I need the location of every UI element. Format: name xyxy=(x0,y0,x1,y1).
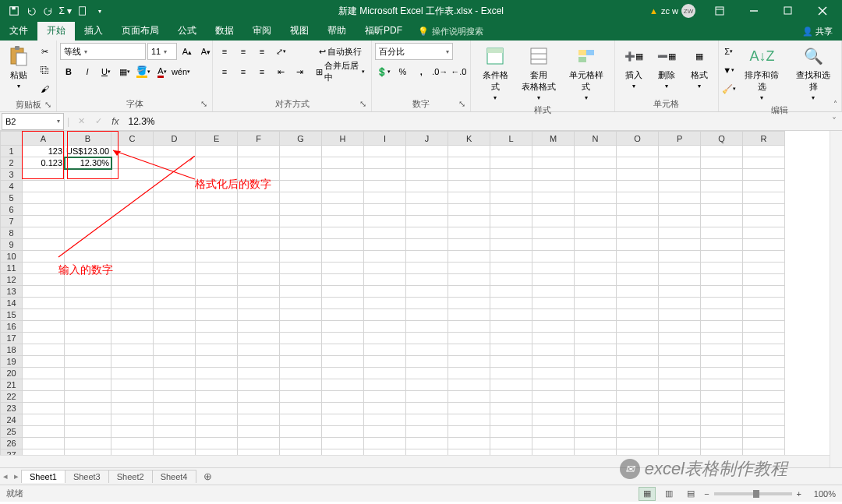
cell-L16[interactable] xyxy=(490,321,532,333)
number-format-combo[interactable]: 百分比▾ xyxy=(375,43,453,60)
cell-E22[interactable] xyxy=(196,391,238,403)
cell-F14[interactable] xyxy=(238,298,280,309)
cell-M17[interactable] xyxy=(532,333,575,344)
sort-filter-button[interactable]: A↓Z排序和筛选▾ xyxy=(738,43,787,103)
cell-E14[interactable] xyxy=(196,298,238,309)
cell-M13[interactable] xyxy=(532,286,575,298)
cell-J24[interactable] xyxy=(406,414,448,426)
cell-R10[interactable] xyxy=(743,251,785,263)
decrease-indent-icon[interactable]: ⇤ xyxy=(272,63,289,80)
cell-J3[interactable] xyxy=(406,169,448,181)
cell-R13[interactable] xyxy=(743,286,785,298)
cell-Q21[interactable] xyxy=(701,379,743,391)
cell-N22[interactable] xyxy=(575,391,617,403)
cell-N1[interactable] xyxy=(575,146,617,157)
cell-N4[interactable] xyxy=(575,181,617,192)
cell-N18[interactable] xyxy=(575,344,617,356)
cell-G14[interactable] xyxy=(280,298,322,309)
cell-H16[interactable] xyxy=(322,321,364,333)
cell-F2[interactable] xyxy=(238,157,280,169)
row-header[interactable]: 8 xyxy=(1,227,23,239)
cell-E17[interactable] xyxy=(196,333,238,344)
cell-O18[interactable] xyxy=(617,344,659,356)
cell-P20[interactable] xyxy=(659,368,701,379)
page-layout-view-icon[interactable]: ▥ xyxy=(660,487,677,501)
cell-A8[interactable] xyxy=(23,227,65,239)
cell-O6[interactable] xyxy=(617,204,659,216)
tab-layout[interactable]: 页面布局 xyxy=(112,21,168,41)
cell-I12[interactable] xyxy=(364,274,406,286)
cell-I8[interactable] xyxy=(364,227,406,239)
cell-P19[interactable] xyxy=(659,356,701,368)
cell-C25[interactable] xyxy=(111,426,154,438)
cell-C24[interactable] xyxy=(111,414,154,426)
column-header[interactable]: N xyxy=(575,132,617,146)
cell-B23[interactable] xyxy=(65,403,111,414)
cell-P10[interactable] xyxy=(659,251,701,263)
cell-M18[interactable] xyxy=(532,344,575,356)
cell-H10[interactable] xyxy=(322,251,364,263)
cell-R11[interactable] xyxy=(743,263,785,274)
cell-D17[interactable] xyxy=(154,333,196,344)
border-icon[interactable]: ▦▾ xyxy=(116,63,133,80)
cell-J17[interactable] xyxy=(406,333,448,344)
cell-Q25[interactable] xyxy=(701,426,743,438)
sigma-icon[interactable]: Σ ▾ xyxy=(58,3,73,19)
cell-P5[interactable] xyxy=(659,192,701,204)
cell-L19[interactable] xyxy=(490,356,532,368)
cell-H4[interactable] xyxy=(322,181,364,192)
cell-C8[interactable] xyxy=(111,227,154,239)
cell-E8[interactable] xyxy=(196,227,238,239)
cell-G5[interactable] xyxy=(280,192,322,204)
cell-B4[interactable] xyxy=(65,181,111,192)
cell-L17[interactable] xyxy=(490,333,532,344)
cell-G22[interactable] xyxy=(280,391,322,403)
cell-E3[interactable] xyxy=(196,169,238,181)
cell-C20[interactable] xyxy=(111,368,154,379)
cell-A6[interactable] xyxy=(23,204,65,216)
cell-B7[interactable] xyxy=(65,216,111,227)
cell-J5[interactable] xyxy=(406,192,448,204)
cell-E6[interactable] xyxy=(196,204,238,216)
row-header[interactable]: 21 xyxy=(1,379,23,391)
column-header[interactable]: C xyxy=(111,132,154,146)
cell-K13[interactable] xyxy=(448,286,490,298)
cell-L8[interactable] xyxy=(490,227,532,239)
cell-K8[interactable] xyxy=(448,227,490,239)
cell-N24[interactable] xyxy=(575,414,617,426)
tab-foxit[interactable]: 福昕PDF xyxy=(356,21,412,41)
cell-F15[interactable] xyxy=(238,309,280,321)
cell-P9[interactable] xyxy=(659,239,701,251)
cell-Q24[interactable] xyxy=(701,414,743,426)
cell-M16[interactable] xyxy=(532,321,575,333)
maximize-button[interactable] xyxy=(773,0,803,22)
cell-K15[interactable] xyxy=(448,309,490,321)
cell-G12[interactable] xyxy=(280,274,322,286)
cell-A7[interactable] xyxy=(23,216,65,227)
cell-N8[interactable] xyxy=(575,227,617,239)
dialog-launcher-icon[interactable]: ⤡ xyxy=(44,100,51,107)
cell-B12[interactable] xyxy=(65,274,111,286)
cell-J14[interactable] xyxy=(406,298,448,309)
cell-Q18[interactable] xyxy=(701,344,743,356)
column-header[interactable]: R xyxy=(743,132,785,146)
cell-A17[interactable] xyxy=(23,333,65,344)
increase-indent-icon[interactable]: ⇥ xyxy=(291,63,308,80)
cell-O14[interactable] xyxy=(617,298,659,309)
cell-N26[interactable] xyxy=(575,438,617,449)
cell-C16[interactable] xyxy=(111,321,154,333)
cell-B1[interactable]: US$123.00 xyxy=(65,146,111,157)
cell-F10[interactable] xyxy=(238,251,280,263)
cell-B25[interactable] xyxy=(65,426,111,438)
cell-D11[interactable] xyxy=(154,263,196,274)
sheet-tab[interactable]: Sheet3 xyxy=(65,470,109,483)
cell-O9[interactable] xyxy=(617,239,659,251)
cell-D23[interactable] xyxy=(154,403,196,414)
cell-D7[interactable] xyxy=(154,216,196,227)
cell-O13[interactable] xyxy=(617,286,659,298)
cell-A15[interactable] xyxy=(23,309,65,321)
cell-M10[interactable] xyxy=(532,251,575,263)
paste-button[interactable]: 粘贴▾ xyxy=(3,43,34,91)
row-header[interactable]: 23 xyxy=(1,403,23,414)
cell-D18[interactable] xyxy=(154,344,196,356)
